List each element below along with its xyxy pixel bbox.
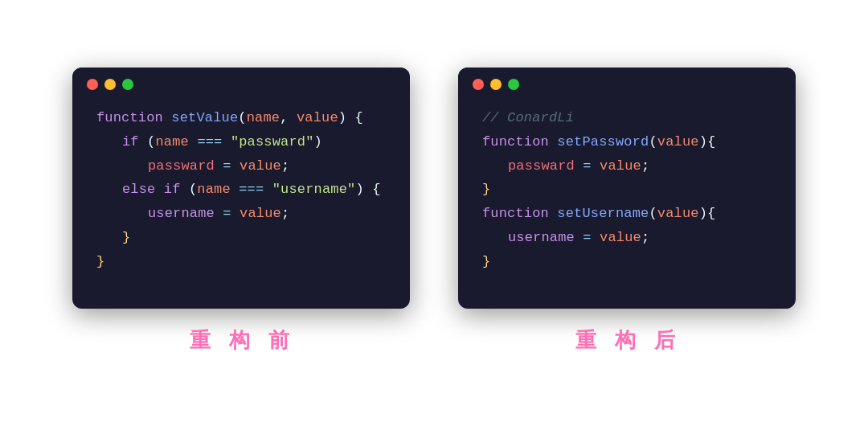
after-titlebar — [458, 68, 796, 98]
code-line-a3: passward = value; — [482, 154, 772, 178]
dot-yellow-after — [490, 79, 502, 90]
code-line-b1: function setValue(name, value) { — [96, 106, 386, 130]
before-titlebar — [72, 68, 410, 98]
before-code-window: function setValue(name, value) { if (nam… — [72, 68, 410, 309]
code-line-b4: else if (name === "username") { — [96, 178, 386, 202]
code-line-a6: username = value; — [482, 226, 772, 250]
dot-green-after — [508, 79, 519, 90]
code-line-b3: passward = value; — [96, 154, 386, 178]
after-label: 重 构 后 — [575, 326, 679, 354]
panels-row: function setValue(name, value) { if (nam… — [24, 51, 844, 371]
code-line-b5: username = value; — [96, 202, 386, 226]
after-code-body: // ConardLi function setPassword(value){… — [458, 98, 796, 297]
code-line-b7: } — [96, 250, 386, 274]
code-line-b6: } — [96, 226, 386, 250]
after-code-window: // ConardLi function setPassword(value){… — [458, 68, 796, 309]
code-line-a7: } — [482, 250, 772, 274]
code-line-a1: // ConardLi — [482, 106, 772, 130]
dot-red-after — [473, 79, 484, 90]
dot-green-before — [122, 79, 133, 90]
dot-yellow-before — [104, 79, 116, 90]
before-panel-wrapper: function setValue(name, value) { if (nam… — [72, 68, 410, 354]
code-line-a2: function setPassword(value){ — [482, 130, 772, 154]
before-label: 重 构 前 — [190, 326, 293, 354]
code-line-a4: } — [482, 178, 772, 202]
before-code-body: function setValue(name, value) { if (nam… — [72, 98, 410, 297]
code-line-a5: function setUsername(value){ — [482, 202, 772, 226]
dot-red-before — [87, 79, 98, 90]
code-line-b2: if (name === "passward") — [96, 130, 386, 154]
after-panel-wrapper: // ConardLi function setPassword(value){… — [458, 68, 796, 354]
